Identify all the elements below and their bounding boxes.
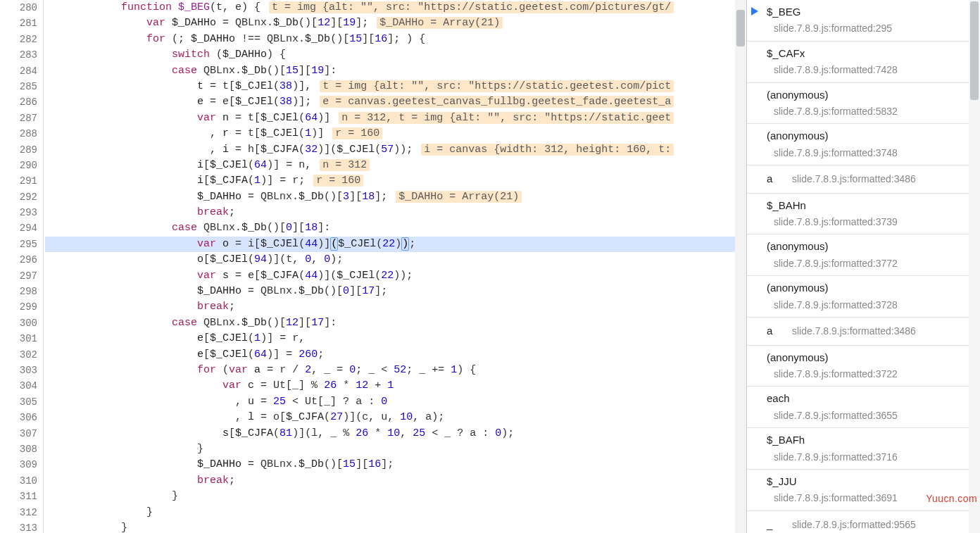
call-stack-frame[interactable]: eachslide.7.8.9.js:formatted:3655 xyxy=(747,387,980,428)
code-line[interactable]: for (; $_DAHHo !== QBLnx.$_Db()[15][16];… xyxy=(45,32,746,47)
code-line[interactable]: } xyxy=(45,489,746,504)
call-stack-frame[interactable]: aslide.7.8.9.js:formatted:3486 xyxy=(747,318,980,345)
code-line[interactable]: break; xyxy=(45,205,746,220)
frame-source-location: slide.7.8.9.js:formatted:9565 xyxy=(786,519,916,530)
call-stack-frame[interactable]: $_CAFxslide.7.8.9.js:formatted:7428 xyxy=(747,42,980,83)
frame-function-name: $_BAFh xyxy=(767,434,805,446)
call-stack-panel[interactable]: $_BEGslide.7.8.9.js:formatted:295$_CAFxs… xyxy=(746,0,980,533)
code-line[interactable]: $_DAHHo = QBLnx.$_Db()[3][18];$_DAHHo = … xyxy=(45,189,746,205)
code-line[interactable]: var n = t[$_CJEl(64)]n = 312, t = img {a… xyxy=(45,111,746,126)
code-line[interactable]: $_DAHHo = QBLnx.$_Db()[15][16]; xyxy=(45,457,746,472)
line-number: 310 xyxy=(0,473,43,489)
code-line[interactable]: function $_BEG(t, e) {t = img {alt: "", … xyxy=(45,0,746,15)
call-stack-frame[interactable]: $_JJUslide.7.8.9.js:formatted:3691 xyxy=(747,470,980,511)
code-line[interactable]: } xyxy=(45,441,746,457)
frame-source-location: slide.7.8.9.js:formatted:295 xyxy=(767,20,973,36)
code-line[interactable]: e[$_CJEl(64)] = 260; xyxy=(45,347,746,363)
line-number: 292 xyxy=(0,189,43,205)
code-line[interactable]: e[$_CJEl(1)] = r, xyxy=(45,331,746,346)
frame-function-name: each xyxy=(767,392,790,404)
frame-function-name: (anonymous) xyxy=(767,240,829,252)
frame-function-name: (anonymous) xyxy=(767,89,829,101)
call-stack-frame[interactable]: (anonymous)slide.7.8.9.js:formatted:5832 xyxy=(747,83,980,125)
line-number: 284 xyxy=(0,63,43,79)
code-line[interactable]: case QBLnx.$_Db()[12][17]: xyxy=(45,315,746,331)
code-line[interactable]: switch ($_DAHHo) { xyxy=(45,47,746,63)
scrollbar-thumb[interactable] xyxy=(736,10,745,46)
inline-value-hint: $_DAHHo = Array(21) xyxy=(396,191,522,203)
line-number: 311 xyxy=(0,489,43,504)
frame-function-name: (anonymous) xyxy=(767,351,829,363)
code-line[interactable]: } xyxy=(45,520,746,533)
line-number: 296 xyxy=(0,252,43,268)
code-line[interactable]: case QBLnx.$_Db()[0][18]: xyxy=(45,220,746,236)
code-line[interactable]: , l = o[$_CJFA(27)](c, u, 10, a); xyxy=(45,410,746,425)
inline-value-hint: r = 160 xyxy=(313,175,363,187)
call-stack-frame[interactable]: _slide.7.8.9.js:formatted:9565 xyxy=(747,511,980,533)
code-line[interactable]: , i = h[$_CJFA(32)]($_CJEl(57));i = canv… xyxy=(45,142,746,158)
line-number: 294 xyxy=(0,220,43,236)
frame-function-name: (anonymous) xyxy=(767,282,829,294)
inline-value-hint: n = 312 xyxy=(320,159,370,171)
inline-value-hint: t = img {alt: "", src: "https://static.g… xyxy=(320,80,674,92)
line-number: 287 xyxy=(0,111,43,126)
line-number: 288 xyxy=(0,126,43,142)
code-line[interactable]: t = t[$_CJEl(38)],t = img {alt: "", src:… xyxy=(45,79,746,94)
line-number: 293 xyxy=(0,205,43,220)
code-line[interactable]: break; xyxy=(45,473,746,489)
code-line[interactable]: break; xyxy=(45,299,746,315)
code-line[interactable]: , r = t[$_CJEl(1)]r = 160 xyxy=(45,126,746,142)
code-line[interactable]: case QBLnx.$_Db()[15][19]: xyxy=(45,63,746,79)
frame-source-location: slide.7.8.9.js:formatted:7428 xyxy=(767,62,973,77)
call-stack-frame[interactable]: aslide.7.8.9.js:formatted:3486 xyxy=(747,165,980,193)
panel-vertical-scrollbar[interactable] xyxy=(969,0,980,533)
code-line[interactable]: var c = Ut[_] % 26 * 12 + 1 xyxy=(45,378,746,394)
frame-source-location: slide.7.8.9.js:formatted:5832 xyxy=(767,104,973,119)
frame-source-location: slide.7.8.9.js:formatted:3722 xyxy=(767,366,973,382)
code-editor[interactable]: 2802812822832842852862872882892902912922… xyxy=(0,0,746,533)
editor-vertical-scrollbar[interactable] xyxy=(735,0,746,533)
code-line[interactable]: } xyxy=(45,505,746,520)
code-area[interactable]: function $_BEG(t, e) {t = img {alt: "", … xyxy=(44,0,746,533)
code-line[interactable]: var o = i[$_CJEl(44)]($_CJEl(22)); xyxy=(45,237,746,252)
code-line[interactable]: i[$_CJEl(64)] = n,n = 312 xyxy=(45,158,746,173)
call-stack-frame[interactable]: (anonymous)slide.7.8.9.js:formatted:3722 xyxy=(747,346,980,387)
code-line[interactable]: var s = e[$_CJFA(44)]($_CJEl(22)); xyxy=(45,268,746,284)
line-number: 297 xyxy=(0,268,43,284)
call-stack-frame[interactable]: (anonymous)slide.7.8.9.js:formatted:3728 xyxy=(747,276,980,318)
line-number: 295 xyxy=(0,237,43,252)
call-stack-frame[interactable]: (anonymous)slide.7.8.9.js:formatted:3772 xyxy=(747,234,980,276)
code-line[interactable]: i[$_CJFA(1)] = r;r = 160 xyxy=(45,173,746,189)
call-stack-frame[interactable]: $_BEGslide.7.8.9.js:formatted:295 xyxy=(747,0,980,42)
frame-function-name: $_JJU xyxy=(767,475,797,487)
call-stack-frame[interactable]: $_BAFhslide.7.8.9.js:formatted:3716 xyxy=(747,428,980,470)
line-number: 282 xyxy=(0,32,43,47)
inline-value-hint: r = 160 xyxy=(332,127,382,139)
code-line[interactable]: for (var a = r / 2, _ = 0; _ < 52; _ += … xyxy=(45,363,746,378)
code-line[interactable]: o[$_CJEl(94)](t, 0, 0); xyxy=(45,252,746,268)
inline-value-hint: i = canvas {width: 312, height: 160, t: xyxy=(421,144,674,156)
scrollbar-thumb[interactable] xyxy=(970,1,979,100)
line-number: 298 xyxy=(0,284,43,299)
current-frame-arrow-icon xyxy=(751,7,758,15)
call-stack-frame[interactable]: $_BAHnslide.7.8.9.js:formatted:3739 xyxy=(747,194,980,235)
frame-source-location: slide.7.8.9.js:formatted:3728 xyxy=(767,297,973,313)
line-number: 283 xyxy=(0,47,43,63)
line-number-gutter: 2802812822832842852862872882892902912922… xyxy=(0,0,44,533)
code-line[interactable]: var $_DAHHo = QBLnx.$_Db()[12][19];$_DAH… xyxy=(45,15,746,31)
frame-function-name: a xyxy=(767,171,786,187)
frame-function-name: $_CAFx xyxy=(767,47,805,59)
code-line[interactable]: $_DAHHo = QBLnx.$_Db()[0][17]; xyxy=(45,284,746,299)
call-stack-frame[interactable]: (anonymous)slide.7.8.9.js:formatted:3748 xyxy=(747,124,980,165)
line-number: 285 xyxy=(0,79,43,94)
code-line[interactable]: s[$_CJFA(81)](l, _ % 26 * 10, 25 < _ ? a… xyxy=(45,426,746,441)
line-number: 309 xyxy=(0,457,43,472)
line-number: 281 xyxy=(0,15,43,31)
frame-source-location: slide.7.8.9.js:formatted:3691 xyxy=(767,490,973,506)
code-line[interactable]: e = e[$_CJEl(38)];e = canvas.geetest_can… xyxy=(45,94,746,110)
line-number: 312 xyxy=(0,505,43,520)
frame-source-location: slide.7.8.9.js:formatted:3655 xyxy=(767,408,973,423)
code-line[interactable]: , u = 25 < Ut[_] ? a : 0 xyxy=(45,394,746,410)
line-number: 307 xyxy=(0,426,43,441)
inline-value-hint: e = canvas.geetest_canvas_fullbg.geetest… xyxy=(320,96,674,108)
